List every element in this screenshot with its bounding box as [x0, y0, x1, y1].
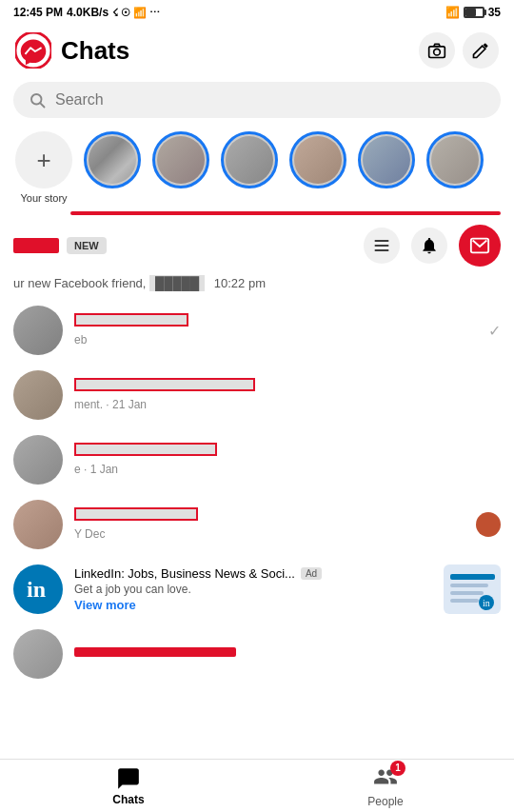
chat-info-1: eb [74, 313, 473, 347]
ad-info: LinkedIn: Jobs, Business News & Soci... … [74, 566, 432, 612]
new-badge: NEW [67, 237, 107, 254]
new-icons [364, 225, 501, 267]
chat-item-4[interactable]: Y Dec [0, 492, 514, 557]
status-left: 12:45 PM 4.0KB/s ☇ ☉ 📶 ⋯ [13, 6, 160, 19]
people-badge-count: 1 [390, 761, 405, 776]
chat-info-2: ment. · 21 Jan [74, 378, 501, 412]
svg-point-2 [434, 49, 441, 55]
your-story-label: Your story [20, 192, 67, 204]
unread-avatar [476, 512, 501, 537]
chat-name-redact-3 [74, 443, 217, 456]
chats-nav-label: Chats [112, 793, 144, 806]
ad-badge: Ad [301, 567, 322, 580]
chat-info-4: Y Dec [74, 507, 465, 542]
new-section: NEW [0, 221, 514, 272]
header: Chats [0, 25, 514, 78]
nav-people[interactable]: 1 People [257, 761, 514, 812]
red-new-badge [13, 238, 59, 253]
chat-avatar-4 [13, 500, 63, 549]
your-story[interactable]: + Your story [13, 131, 74, 204]
chat-msg-1: eb [74, 333, 87, 347]
story-ring-2 [152, 131, 209, 188]
friend-notif-time: 10:22 pm [214, 276, 266, 290]
chat-name-redbar [74, 647, 236, 657]
linkedin-logo: in [13, 564, 63, 614]
header-icons [419, 32, 499, 69]
chat-avatar-5 [13, 629, 63, 679]
messenger-logo [15, 32, 51, 69]
friend-name-redacted: █████ [149, 275, 205, 291]
story-ring-6 [426, 131, 484, 188]
story-ring-4 [289, 131, 346, 188]
ad-item[interactable]: in LinkedIn: Jobs, Business News & Soci.… [0, 557, 514, 622]
bottom-nav: Chats 1 People [0, 759, 514, 812]
notification-button[interactable] [411, 228, 447, 264]
chat-item-1[interactable]: eb ✓ [0, 298, 514, 363]
page-title: Chats [61, 36, 129, 66]
story-item-5[interactable] [356, 131, 417, 188]
story-item-1[interactable] [82, 131, 143, 188]
people-badge-container: 1 [373, 764, 398, 793]
nav-chats[interactable]: Chats [0, 762, 257, 810]
svg-rect-11 [450, 584, 488, 587]
ad-title-row: LinkedIn: Jobs, Business News & Soci... … [74, 566, 432, 581]
chat-avatar-3 [13, 435, 63, 485]
ad-image: in [444, 564, 501, 614]
story-item-4[interactable] [287, 131, 348, 188]
story-ring-1 [84, 131, 141, 188]
chat-info-3: e · 1 Jan [74, 443, 501, 477]
stories-row: + Your story [0, 128, 514, 211]
search-input[interactable] [55, 91, 485, 109]
signal-icons: ☇ ☉ 📶 ⋯ [112, 7, 160, 19]
svg-rect-12 [450, 591, 484, 595]
svg-rect-10 [450, 574, 495, 580]
chat-avatar-2 [13, 370, 63, 420]
battery-icon [464, 7, 484, 18]
chat-item-5[interactable] [0, 622, 514, 686]
chat-info-5 [74, 647, 501, 661]
search-icon [29, 91, 46, 109]
read-check-icon: ✓ [488, 322, 501, 340]
svg-line-4 [40, 103, 44, 107]
friend-notification: ur new Facebook friend, █████ 10:22 pm [0, 272, 514, 298]
people-nav-label: People [367, 795, 403, 808]
filter-button[interactable] [364, 228, 400, 264]
story-item-3[interactable] [219, 131, 280, 188]
ad-title: LinkedIn: Jobs, Business News & Soci... [74, 566, 295, 581]
chat-list: eb ✓ ment. · 21 Jan e · 1 Jan [0, 298, 514, 686]
story-ring-3 [221, 131, 278, 188]
svg-text:in: in [27, 577, 46, 602]
ad-sub: Get a job you can love. [74, 583, 432, 596]
chat-msg-2: ment. · 21 Jan [74, 398, 147, 411]
header-left: Chats [15, 32, 129, 69]
chats-nav-icon [116, 766, 141, 791]
search-bar[interactable] [13, 82, 501, 118]
add-story-button[interactable]: + [15, 131, 72, 188]
story-item-2[interactable] [150, 131, 211, 188]
story-ring-5 [358, 131, 415, 188]
svg-text:in: in [483, 598, 490, 608]
edit-button[interactable] [463, 32, 499, 69]
compose-button[interactable] [459, 225, 501, 267]
status-right: 📶 35 [445, 6, 501, 19]
status-bar: 12:45 PM 4.0KB/s ☇ ☉ 📶 ⋯ 📶 35 [0, 0, 514, 25]
bluetooth-icon: 📶 [445, 6, 460, 19]
chat-name-redact-1 [74, 313, 188, 327]
chat-item-2[interactable]: ment. · 21 Jan [0, 363, 514, 427]
camera-button[interactable] [419, 32, 455, 69]
story-item-6[interactable] [425, 131, 485, 188]
ad-view-more-link[interactable]: View more [74, 598, 432, 612]
chat-name-redact-4 [74, 507, 198, 521]
story-progress-bar [70, 211, 501, 215]
friend-notif-text: ur new Facebook friend, [13, 276, 146, 290]
time: 12:45 PM [13, 6, 63, 19]
battery-level: 35 [488, 6, 501, 19]
chat-msg-3: e · 1 Jan [74, 463, 118, 476]
chat-msg-4: Y Dec [74, 527, 105, 541]
network-speed: 4.0KB/s [67, 6, 109, 19]
chat-avatar-1 [13, 306, 63, 355]
chat-name-redact-2 [74, 378, 255, 391]
svg-rect-13 [450, 599, 479, 603]
chat-item-3[interactable]: e · 1 Jan [0, 427, 514, 492]
